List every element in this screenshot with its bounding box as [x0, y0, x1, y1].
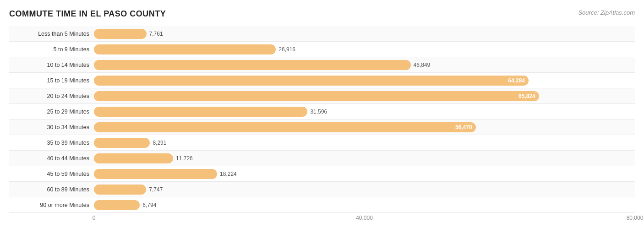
bar-row: 20 to 24 Minutes65,824 — [9, 88, 635, 104]
bar-fill: 6,794 — [94, 200, 140, 210]
bar-row: 90 or more Minutes6,794 — [9, 197, 635, 213]
bar-fill: 31,596 — [94, 107, 307, 117]
bar-fill: 26,916 — [94, 44, 276, 54]
x-axis-track: 040,00080,000 — [94, 215, 635, 224]
bar-track: 7,761 — [94, 29, 635, 39]
bar-track: 64,284 — [94, 76, 635, 86]
bar-row: 45 to 59 Minutes18,224 — [9, 166, 635, 182]
bar-track: 18,224 — [94, 169, 635, 179]
bar-row: 35 to 39 Minutes8,291 — [9, 135, 635, 151]
bar-value: 7,747 — [149, 186, 163, 193]
bar-value: 31,596 — [310, 109, 327, 115]
bar-value: 7,761 — [149, 31, 163, 37]
bar-track: 31,596 — [94, 107, 635, 117]
bar-fill: 56,470 — [94, 122, 476, 132]
chart-title: COMMUTE TIME IN EL PASO COUNTY — [9, 9, 166, 19]
bar-label: 25 to 29 Minutes — [9, 109, 94, 115]
bar-track: 56,470 — [94, 122, 635, 132]
bar-row: 60 to 89 Minutes7,747 — [9, 182, 635, 197]
bar-row: 5 to 9 Minutes26,916 — [9, 42, 635, 57]
bar-label: 5 to 9 Minutes — [9, 46, 94, 53]
bar-label: 45 to 59 Minutes — [9, 171, 94, 177]
x-axis: 040,00080,000 — [9, 215, 635, 224]
bar-value: 6,794 — [142, 202, 156, 208]
bar-row: 30 to 34 Minutes56,470 — [9, 120, 635, 135]
bar-label: 15 to 19 Minutes — [9, 77, 94, 84]
bar-value: 8,291 — [153, 140, 166, 146]
bar-row: Less than 5 Minutes7,761 — [9, 26, 635, 42]
bar-value: 64,284 — [508, 77, 525, 84]
bar-fill: 11,726 — [94, 153, 173, 163]
x-tick-label: 40,000 — [356, 215, 373, 221]
bar-label: Less than 5 Minutes — [9, 31, 94, 37]
bar-value: 11,726 — [176, 155, 193, 162]
bar-value: 18,224 — [220, 171, 237, 177]
bar-label: 40 to 44 Minutes — [9, 155, 94, 162]
bar-label: 20 to 24 Minutes — [9, 93, 94, 99]
bar-label: 60 to 89 Minutes — [9, 186, 94, 193]
source-label: Source: ZipAtlas.com — [578, 9, 635, 16]
bar-row: 25 to 29 Minutes31,596 — [9, 104, 635, 120]
bar-track: 7,747 — [94, 185, 635, 195]
bar-fill: 7,761 — [94, 29, 147, 39]
bar-value: 26,916 — [278, 46, 295, 53]
bar-fill: 46,849 — [94, 60, 411, 70]
bar-track: 65,824 — [94, 91, 635, 101]
bar-track: 11,726 — [94, 153, 635, 163]
bar-value: 56,470 — [455, 124, 472, 130]
bar-fill: 65,824 — [94, 91, 539, 101]
bar-track: 6,794 — [94, 200, 635, 210]
bar-fill: 18,224 — [94, 169, 217, 179]
x-tick-label: 80,000 — [627, 215, 644, 221]
bar-fill: 64,284 — [94, 76, 529, 86]
bar-label: 90 or more Minutes — [9, 202, 94, 208]
bar-track: 8,291 — [94, 138, 635, 148]
bar-track: 26,916 — [94, 44, 635, 54]
x-tick-label: 0 — [93, 215, 96, 221]
bar-label: 35 to 39 Minutes — [9, 140, 94, 146]
chart-area: Less than 5 Minutes7,7615 to 9 Minutes26… — [9, 26, 635, 213]
bar-track: 46,849 — [94, 60, 635, 70]
bar-row: 10 to 14 Minutes46,849 — [9, 57, 635, 73]
bar-fill: 7,747 — [94, 185, 146, 195]
bar-fill: 8,291 — [94, 138, 150, 148]
bar-value: 65,824 — [518, 93, 535, 99]
bar-row: 40 to 44 Minutes11,726 — [9, 151, 635, 166]
bar-value: 46,849 — [414, 62, 431, 68]
bar-row: 15 to 19 Minutes64,284 — [9, 73, 635, 88]
bar-label: 10 to 14 Minutes — [9, 62, 94, 68]
bar-label: 30 to 34 Minutes — [9, 124, 94, 130]
